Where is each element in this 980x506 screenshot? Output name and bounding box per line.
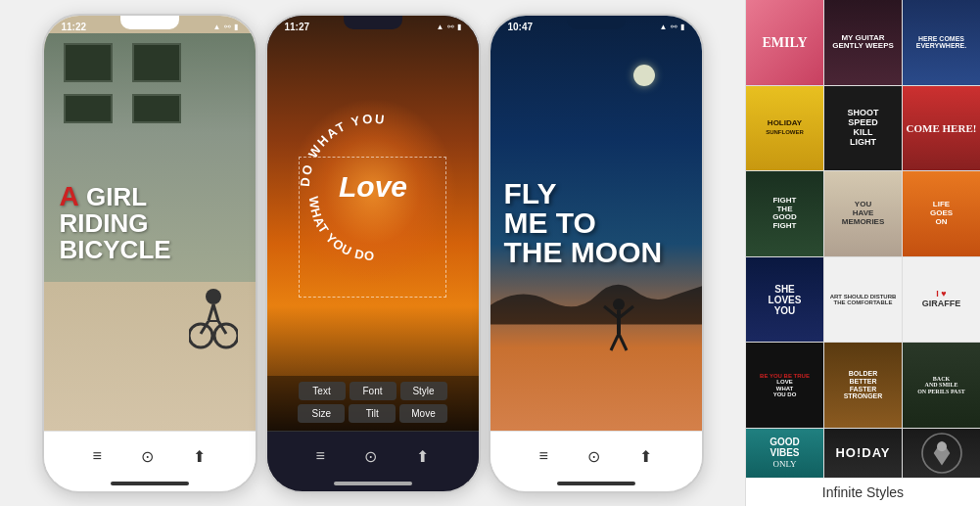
phone-2: 11:27 ▲ ⚯ ▮ [265,14,481,493]
camera-icon-2[interactable]: ⊙ [364,447,377,466]
phone-3-title: FLY ME TO THE MOON [504,179,663,267]
battery-icon: ▮ [234,23,238,31]
cyclist-silhouette [189,277,238,355]
phone-1-time: 11:22 [62,22,87,32]
phone-1-status-icons: ▲ ⚯ ▮ [213,23,238,31]
style-cell-art[interactable]: ART SHOULD DISTURB THE COMFORTABLE [824,257,902,343]
style-cell-come-here[interactable]: Come Here! [903,86,980,171]
battery-icon-2: ▮ [457,23,461,31]
toolbar-row-2: Size Tilt Move [277,404,469,423]
menu-icon-2[interactable]: ≡ [316,447,325,465]
phone-2-toolbar: Text Font Style Size Tilt Move [267,376,479,431]
phone-2-screen: DO WHAT YOU WHAT YOU DO Love Text Font [267,16,479,431]
phone-3-bg: FLY ME TO THE MOON [490,16,702,431]
eagle-icon [917,429,966,478]
wifi-icon: ⚯ [224,23,231,31]
style-cell-shoot[interactable]: SHOOTSPEEDKILLLIGHT [824,86,902,171]
phone-1-title: A GIRL RIDING BICYCLE [60,182,171,264]
text-btn[interactable]: Text [299,382,346,400]
style-cell-here[interactable]: HERE COMES EVERYWHERE. [903,0,980,85]
phone-1-notch [120,16,179,29]
svg-point-13 [937,441,947,451]
share-icon-1[interactable]: ⬆ [193,447,206,466]
phone-1-text-overlay: A GIRL RIDING BICYCLE [44,16,256,431]
phone-2-bottom-bar: ≡ ⊙ ⬆ [267,431,479,482]
phones-section: 11:22 ▲ ⚯ ▮ A GIRL RIDING [0,0,745,506]
svg-point-2 [206,289,221,304]
home-indicator-1 [111,482,189,485]
style-cell-fight[interactable]: FIGHTTHEGOODFIGHT [746,171,823,256]
phone-3-bottom-bar: ≡ ⊙ ⬆ [490,431,702,482]
styles-panel: Emily MY GUITAR GENTLY WEEPS HERE COMES … [745,0,980,506]
move-btn[interactable]: Move [399,404,446,423]
phone-3-text-overlay: FLY ME TO THE MOON [490,16,702,431]
phone-2-notch [344,16,402,29]
phone-1-title-accent: A [60,181,79,211]
svg-point-1 [189,324,212,347]
style-cell-be-you[interactable]: BE YOU BE TRUELOVEWHATYOU DO [746,343,823,428]
phone-2-bg: DO WHAT YOU WHAT YOU DO Love Text Font [267,16,479,431]
share-icon-3[interactable]: ⬆ [639,447,652,466]
wifi-icon-2: ⚯ [447,23,454,31]
phone-1-screen: A GIRL RIDING BICYCLE [44,16,256,431]
style-cell-she-loves[interactable]: SHELOVESYOU [746,257,823,343]
style-cell-bolder[interactable]: BOLDERBETTERFASTERSTRONGER [824,343,902,428]
phone-1-bg: A GIRL RIDING BICYCLE [44,16,256,431]
style-cell-good-vibes[interactable]: GOODVIBESonly [746,429,823,478]
style-cell-back-smile[interactable]: Backand Smileon Perils Past [903,343,980,428]
style-cell-giraffe[interactable]: I ♥GIRAFFE [903,257,980,343]
style-cell-eagle[interactable] [903,429,980,478]
style-cell-holiday2[interactable]: HO!DAY [824,429,902,478]
selection-box [299,157,446,298]
menu-icon-3[interactable]: ≡ [539,447,548,465]
styles-label: Infinite Styles [746,478,980,506]
phone-3-time: 10:47 [508,22,534,32]
signal-icon-2: ▲ [437,23,444,31]
wifi-icon-3: ⚯ [671,23,677,31]
camera-icon-3[interactable]: ⊙ [587,447,600,466]
font-btn[interactable]: Font [350,382,397,400]
signal-icon: ▲ [213,23,221,31]
menu-icon-1[interactable]: ≡ [93,447,102,465]
style-cell-guitar[interactable]: MY GUITAR GENTLY WEEPS [824,0,902,85]
size-btn[interactable]: Size [298,404,345,423]
home-indicator-3 [557,482,635,485]
toolbar-row-1: Text Font Style [277,382,469,400]
svg-point-0 [214,324,238,347]
signal-icon-3: ▲ [660,23,668,31]
style-cell-life-goes-on[interactable]: LIFEGOESON [903,171,980,256]
style-cell-emily[interactable]: Emily [746,0,823,85]
phone-2-status-icons: ▲ ⚯ ▮ [437,23,461,31]
styles-grid: Emily MY GUITAR GENTLY WEEPS HERE COMES … [746,0,980,478]
phone-3-notch [567,16,626,29]
style-cell-memories[interactable]: YOUHAVEMEMORIES [824,171,902,256]
phone-2-time: 11:27 [285,22,310,32]
style-cell-holiday[interactable]: HolidaySUNFLOWER [746,86,823,171]
phone-3-status-icons: ▲ ⚯ ▮ [660,23,684,31]
phone-3-screen: FLY ME TO THE MOON [490,16,702,431]
phone-1-bottom-bar: ≡ ⊙ ⬆ [44,431,256,482]
battery-icon-3: ▮ [680,23,684,31]
phone-3: 10:47 ▲ ⚯ ▮ [489,14,704,493]
share-icon-2[interactable]: ⬆ [416,447,429,466]
tilt-btn[interactable]: Tilt [349,404,396,423]
phone-1: 11:22 ▲ ⚯ ▮ A GIRL RIDING [42,14,257,493]
camera-icon-1[interactable]: ⊙ [141,447,154,466]
home-indicator-2 [334,482,412,485]
style-btn[interactable]: Style [400,382,447,400]
